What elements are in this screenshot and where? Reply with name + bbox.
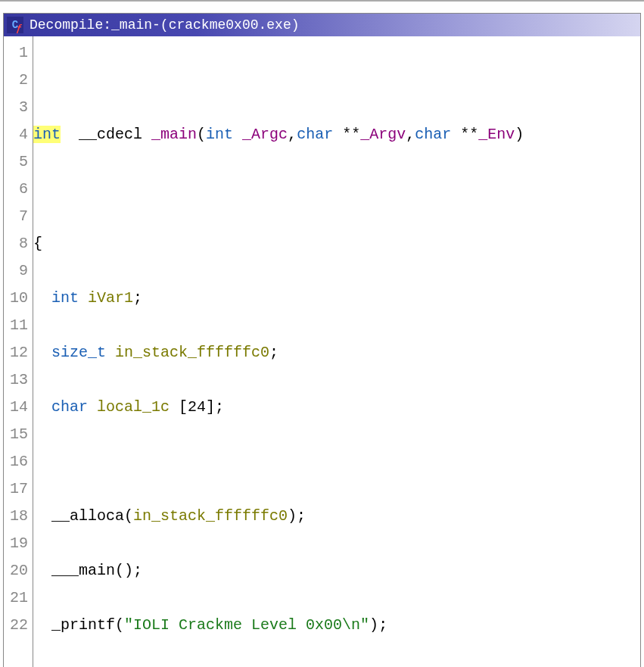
line-number[interactable]: 4 (7, 121, 28, 148)
code-line[interactable]: int __cdecl _main(int _Argc,char **_Argv… (33, 121, 524, 148)
window-wrapper: C Decompile: _main - (crackme0x00.exe) 1… (0, 0, 644, 667)
code-line[interactable]: _printf("IOLI Crackme Level 0x00\n"); (33, 612, 524, 639)
code-line[interactable]: char local_1c [24]; (33, 394, 524, 421)
title-context: (crackme0x00.exe) (160, 17, 300, 33)
token: , (288, 126, 297, 143)
token (33, 562, 51, 579)
token-var: in_stack_ffffffc0 (115, 344, 269, 361)
token-func: _printf (51, 616, 115, 634)
token: ( (124, 507, 133, 525)
titlebar[interactable]: C Decompile: _main - (crackme0x00.exe) (4, 14, 640, 36)
line-number[interactable]: 3 (7, 94, 28, 121)
line-number[interactable]: 14 (7, 394, 28, 421)
code-line[interactable]: ___main(); (33, 557, 524, 584)
token-identifier: _main (151, 126, 197, 143)
token-keyword: char (297, 126, 342, 143)
line-number[interactable]: 9 (7, 257, 28, 285)
line-number-gutter: 1 2 3 4 5 6 7 8 9 10 11 12 13 14 15 16 1… (4, 36, 33, 667)
code-line[interactable] (33, 176, 524, 203)
line-number[interactable]: 13 (7, 366, 28, 394)
line-number[interactable]: 6 (7, 176, 28, 203)
token (33, 507, 51, 525)
token-var: in_stack_ffffffc0 (133, 507, 288, 525)
token-keyword: int (51, 289, 88, 307)
token: ( (197, 126, 206, 143)
line-number[interactable]: 11 (7, 312, 28, 339)
line-number[interactable]: 19 (7, 530, 28, 557)
token: ** (342, 126, 360, 143)
decompile-window: C Decompile: _main - (crackme0x00.exe) 1… (3, 13, 641, 667)
code-line[interactable]: __alloca(in_stack_ffffffc0); (33, 503, 524, 530)
token: [24] (179, 398, 215, 416)
code-body[interactable]: int __cdecl _main(int _Argc,char **_Argv… (33, 36, 527, 667)
token-string: "IOLI Crackme Level 0x00\n" (124, 616, 369, 634)
decompile-icon: C (7, 17, 23, 33)
token-func: __alloca (51, 507, 124, 525)
token: ** (460, 126, 478, 143)
token (33, 398, 51, 416)
token-type: char (51, 398, 97, 416)
line-number[interactable]: 20 (7, 557, 28, 584)
token-identifier: _Argc (242, 126, 288, 143)
line-number[interactable]: 10 (7, 285, 28, 312)
token-type: size_t (51, 344, 115, 361)
line-number[interactable]: 1 (7, 39, 28, 67)
token: ; (133, 562, 142, 579)
line-number[interactable]: 5 (7, 148, 28, 176)
token: , (406, 126, 415, 143)
line-number[interactable]: 8 (7, 230, 28, 257)
line-number[interactable]: 12 (7, 339, 28, 366)
code-line[interactable]: { (33, 230, 524, 257)
token: ; (269, 344, 278, 361)
line-number[interactable]: 2 (7, 67, 28, 94)
line-number[interactable]: 7 (7, 203, 28, 230)
line-number[interactable]: 17 (7, 475, 28, 503)
token-identifier: _Env (478, 126, 515, 143)
token: ; (297, 507, 306, 525)
token-var: iVar1 (88, 289, 133, 307)
line-number[interactable]: 15 (7, 421, 28, 448)
token: __cdecl (79, 126, 151, 143)
line-number[interactable]: 16 (7, 448, 28, 475)
token-func: ___main (51, 562, 115, 579)
token-identifier: _Argv (360, 126, 406, 143)
token: ) (515, 126, 524, 143)
line-number[interactable]: 18 (7, 503, 28, 530)
token: ( (115, 616, 124, 634)
code-area: 1 2 3 4 5 6 7 8 9 10 11 12 13 14 15 16 1… (4, 36, 640, 667)
line-number[interactable]: 22 (7, 612, 28, 639)
title-func: _main (111, 17, 152, 33)
token: { (33, 235, 42, 252)
line-number[interactable]: 21 (7, 584, 28, 612)
token (33, 616, 51, 634)
token-keyword: int (206, 126, 242, 143)
token-var: local_1c (97, 398, 179, 416)
token (33, 289, 51, 307)
token (33, 344, 51, 361)
token: ; (215, 398, 224, 416)
code-line[interactable] (33, 67, 524, 94)
token (61, 126, 79, 143)
token-keyword: char (415, 126, 460, 143)
token: ; (133, 289, 142, 307)
code-line[interactable]: int iVar1; (33, 285, 524, 312)
code-line[interactable] (33, 448, 524, 475)
token: ; (378, 616, 387, 634)
title-prefix: Decompile: (30, 17, 111, 33)
token: ) (369, 616, 378, 634)
code-line[interactable]: size_t in_stack_ffffffc0; (33, 339, 524, 366)
token-keyword: int (33, 126, 61, 143)
token: () (115, 562, 133, 579)
token: ) (288, 507, 297, 525)
title-sep: - (152, 17, 160, 33)
